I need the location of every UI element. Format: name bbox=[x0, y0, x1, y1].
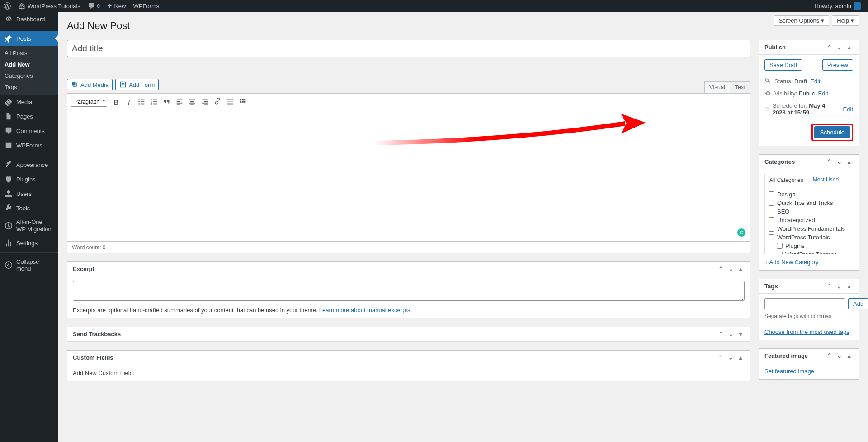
featured-image-box: Featured image ⌃ ⌄ ▴ Set featured image bbox=[759, 348, 859, 380]
align-right-button[interactable] bbox=[199, 96, 210, 107]
move-up-icon[interactable]: ⌃ bbox=[825, 283, 833, 290]
move-down-icon[interactable]: ⌄ bbox=[726, 331, 735, 337]
cat-tab-most[interactable]: Most Used bbox=[808, 174, 843, 186]
move-up-icon[interactable]: ⌃ bbox=[717, 266, 725, 272]
editor-body[interactable] bbox=[67, 110, 750, 242]
move-up-icon[interactable]: ⌃ bbox=[825, 44, 833, 51]
sidebar-item-settings[interactable]: Settings bbox=[0, 236, 58, 250]
italic-button[interactable]: I bbox=[123, 96, 134, 107]
submenu-all-posts[interactable]: All Posts bbox=[0, 48, 58, 59]
move-down-icon[interactable]: ⌄ bbox=[726, 354, 735, 361]
svg-rect-30 bbox=[227, 104, 233, 105]
submenu-add-new[interactable]: Add New bbox=[0, 59, 58, 70]
wp-logo[interactable] bbox=[0, 0, 14, 12]
wpforms-link[interactable]: WPForms bbox=[129, 0, 163, 12]
bullet-list-button[interactable] bbox=[136, 96, 147, 107]
sidebar-item-posts[interactable]: Posts bbox=[0, 31, 58, 46]
sidebar-item-media[interactable]: Media bbox=[0, 95, 58, 109]
howdy-account[interactable]: Howdy, admin bbox=[811, 0, 864, 12]
add-category-link[interactable]: + Add New Category bbox=[764, 259, 819, 266]
category-item[interactable]: SEO bbox=[769, 207, 849, 216]
svg-rect-8 bbox=[141, 101, 144, 102]
sidebar-item-comments[interactable]: Comments bbox=[0, 124, 58, 138]
comments-bubble[interactable]: 0 bbox=[84, 0, 104, 12]
category-item[interactable]: WordPress Themes bbox=[769, 250, 849, 254]
align-left-button[interactable] bbox=[174, 96, 185, 107]
move-down-icon[interactable]: ⌄ bbox=[726, 266, 735, 272]
move-down-icon[interactable]: ⌄ bbox=[835, 158, 843, 165]
add-tag-button[interactable]: Add bbox=[848, 298, 868, 309]
sidebar-item-users[interactable]: Users bbox=[0, 186, 58, 201]
link-button[interactable] bbox=[212, 96, 223, 107]
tab-visual[interactable]: Visual bbox=[704, 81, 730, 93]
edit-visibility-link[interactable]: Edit bbox=[818, 90, 828, 97]
help-button[interactable]: Help ▾ bbox=[832, 15, 859, 26]
move-down-icon[interactable]: ⌄ bbox=[835, 44, 843, 51]
sidebar-item-dashboard[interactable]: Dashboard bbox=[0, 12, 58, 26]
bold-button[interactable]: B bbox=[111, 96, 122, 107]
move-up-icon[interactable]: ⌃ bbox=[825, 352, 833, 359]
tab-text[interactable]: Text bbox=[730, 81, 750, 93]
move-down-icon[interactable]: ⌄ bbox=[835, 283, 843, 290]
edit-status-link[interactable]: Edit bbox=[810, 78, 820, 85]
move-up-icon[interactable]: ⌃ bbox=[717, 331, 725, 337]
site-name-link[interactable]: WordPress Tutorials bbox=[14, 0, 84, 12]
read-more-button[interactable] bbox=[225, 96, 236, 107]
eye-icon bbox=[764, 90, 771, 97]
toggle-icon[interactable]: ▾ bbox=[736, 331, 745, 337]
sidebar-item-tools[interactable]: Tools bbox=[0, 201, 58, 215]
category-item[interactable]: Quick Tips and Tricks bbox=[769, 199, 849, 207]
schedule-button[interactable]: Schedule bbox=[814, 126, 850, 138]
toggle-icon[interactable]: ▴ bbox=[845, 283, 853, 290]
svg-rect-23 bbox=[190, 104, 194, 105]
toggle-icon[interactable]: ▴ bbox=[736, 354, 745, 361]
category-item[interactable]: Plugins bbox=[769, 242, 849, 250]
move-down-icon[interactable]: ⌄ bbox=[835, 352, 843, 359]
grammarly-icon[interactable] bbox=[737, 228, 745, 237]
category-item[interactable]: Design bbox=[769, 190, 849, 199]
edit-schedule-link[interactable]: Edit bbox=[843, 106, 853, 113]
category-item[interactable]: WordPress Fundamentals bbox=[769, 224, 849, 233]
set-featured-image-link[interactable]: Set featured image bbox=[764, 368, 814, 375]
toggle-icon[interactable]: ▴ bbox=[736, 266, 745, 272]
category-item[interactable]: WordPress Tutorials bbox=[769, 233, 849, 242]
add-form-button[interactable]: Add Form bbox=[115, 79, 159, 90]
toggle-icon[interactable]: ▴ bbox=[845, 158, 853, 165]
sidebar-item-appearance[interactable]: Appearance bbox=[0, 157, 58, 172]
preview-button[interactable]: Preview bbox=[822, 59, 853, 71]
screen-options-button[interactable]: Screen Options ▾ bbox=[774, 15, 830, 26]
format-select[interactable]: Paragraph bbox=[71, 97, 107, 107]
cat-tab-all[interactable]: All Categories bbox=[764, 174, 808, 186]
key-icon bbox=[764, 78, 771, 85]
sidebar-item-migration[interactable]: All-in-One WP Migration bbox=[0, 215, 58, 236]
excerpt-help-link[interactable]: Learn more about manual excerpts bbox=[319, 307, 410, 314]
chevron-down-icon: ▾ bbox=[851, 17, 854, 24]
submenu-tags[interactable]: Tags bbox=[0, 81, 58, 93]
choose-tags-link[interactable]: Choose from the most used tags bbox=[764, 328, 849, 335]
toolbar-toggle-button[interactable] bbox=[237, 96, 248, 107]
pages-icon bbox=[5, 112, 13, 120]
category-item[interactable]: Uncategorized bbox=[769, 216, 849, 224]
add-media-button[interactable]: Add Media bbox=[67, 79, 113, 90]
number-list-button[interactable]: 123 bbox=[149, 96, 160, 107]
excerpt-textarea[interactable] bbox=[73, 281, 745, 301]
new-content-link[interactable]: + New bbox=[104, 0, 130, 12]
align-center-button[interactable] bbox=[187, 96, 198, 107]
toggle-icon[interactable]: ▴ bbox=[845, 352, 853, 359]
tags-input[interactable] bbox=[764, 298, 845, 309]
post-title-input[interactable] bbox=[67, 40, 750, 57]
svg-rect-26 bbox=[202, 103, 208, 104]
toggle-icon[interactable]: ▴ bbox=[845, 44, 853, 51]
move-up-icon[interactable]: ⌃ bbox=[717, 354, 725, 361]
submenu-categories[interactable]: Categories bbox=[0, 70, 58, 81]
avatar bbox=[854, 2, 861, 10]
sidebar-item-pages[interactable]: Pages bbox=[0, 109, 58, 124]
users-icon bbox=[5, 190, 13, 198]
quote-button[interactable] bbox=[161, 96, 172, 107]
save-draft-button[interactable]: Save Draft bbox=[764, 59, 802, 71]
move-up-icon[interactable]: ⌃ bbox=[825, 158, 833, 165]
sidebar-item-wpforms[interactable]: WPForms bbox=[0, 138, 58, 152]
svg-point-1 bbox=[5, 262, 12, 268]
sidebar-item-plugins[interactable]: Plugins bbox=[0, 172, 58, 186]
sidebar-item-collapse[interactable]: Collapse menu bbox=[0, 255, 58, 275]
